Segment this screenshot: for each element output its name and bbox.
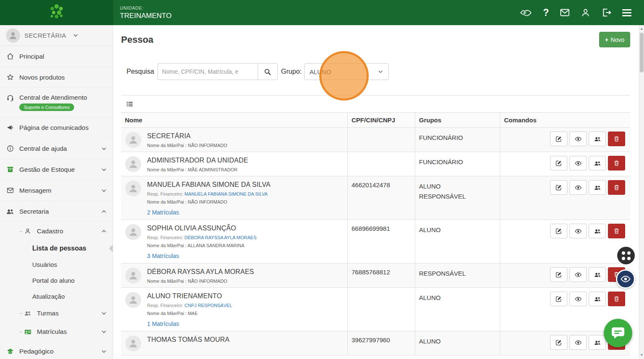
vertical-scrollbar[interactable]: ▲ ▼ bbox=[639, 25, 644, 359]
sidebar-item-label: Página de comunicados bbox=[19, 124, 88, 132]
groups-button[interactable] bbox=[589, 156, 606, 170]
sidebar-item-matriculas[interactable]: Matrículas bbox=[0, 323, 113, 341]
view-button[interactable] bbox=[569, 292, 587, 306]
info-icon bbox=[6, 145, 14, 152]
sidebar-item-secretaria[interactable]: Secretaria bbox=[0, 201, 113, 222]
groups-button[interactable] bbox=[589, 292, 606, 306]
view-button[interactable] bbox=[569, 132, 587, 146]
groups-cell: ALUNO bbox=[415, 288, 500, 331]
parent-name-line: Nome da Mãe/Pai : NÃO INFORMADO bbox=[147, 142, 227, 148]
sidebar-item-label: Portal do aluno bbox=[32, 277, 75, 284]
group-select[interactable]: ALUNO bbox=[304, 63, 389, 80]
groups-button[interactable] bbox=[589, 180, 606, 195]
sidebar-item-cadastro[interactable]: Cadastro bbox=[0, 222, 113, 240]
mail-icon bbox=[6, 187, 14, 194]
sidebar-item-central-ajuda[interactable]: Central de ajuda bbox=[0, 138, 113, 159]
edit-button[interactable] bbox=[550, 132, 567, 146]
person-name: ADMINISTRADOR DA UNIDADE bbox=[147, 156, 248, 165]
matriculas-link[interactable]: 1 Matrículas bbox=[147, 320, 179, 328]
avatar bbox=[125, 156, 141, 172]
scroll-up-arrow[interactable]: ▲ bbox=[639, 26, 644, 32]
view-button[interactable] bbox=[569, 180, 587, 195]
handshake-icon[interactable] bbox=[520, 8, 532, 17]
groups-button[interactable] bbox=[589, 224, 606, 238]
scrollbar-thumb[interactable] bbox=[640, 33, 644, 72]
quick-menu-widget[interactable] bbox=[617, 247, 635, 264]
help-icon[interactable]: ? bbox=[543, 8, 549, 18]
delete-button[interactable] bbox=[608, 224, 625, 238]
sidebar-item-usuarios[interactable]: Usuários bbox=[0, 256, 113, 272]
sidebar-item-label: Central de ajuda bbox=[19, 145, 67, 152]
delete-button[interactable] bbox=[608, 180, 625, 195]
groups-button[interactable] bbox=[589, 132, 606, 146]
sidebar-item-pedagogico[interactable]: Pedagógico bbox=[0, 341, 113, 359]
view-button[interactable] bbox=[569, 156, 587, 170]
edit-button[interactable] bbox=[550, 156, 567, 170]
sidebar-item-novos-produtos[interactable]: Novos produtos bbox=[0, 67, 113, 88]
sidebar-user-menu[interactable]: SECRETÁRIA bbox=[0, 25, 113, 46]
sidebar-item-label: Turmas bbox=[37, 310, 59, 317]
delete-button[interactable] bbox=[608, 156, 625, 170]
edit-button[interactable] bbox=[550, 335, 567, 350]
table-row: DÉBORA RAYSSA AYLA MORAES Nome da Mãe/Pa… bbox=[121, 263, 630, 288]
resp-financeiro-line: Resp. Financeiro: CNPJ RESPONSÁVEL bbox=[147, 302, 232, 308]
person-name: SOPHIA OLIVIA ASSUNÇÃO bbox=[147, 224, 256, 232]
app-logo[interactable] bbox=[0, 0, 113, 25]
graduation-icon bbox=[6, 348, 14, 355]
sidebar-item-mensagem[interactable]: Mensagem bbox=[0, 180, 113, 201]
sidebar-item-atualizacao[interactable]: Atualização bbox=[0, 288, 113, 304]
delete-button[interactable] bbox=[608, 132, 625, 146]
view-button[interactable] bbox=[569, 267, 587, 282]
view-button[interactable] bbox=[569, 335, 587, 350]
name-cell: DÉBORA RAYSSA AYLA MORAES Nome da Mãe/Pa… bbox=[121, 263, 347, 287]
unit-label: UNIDADE: bbox=[120, 5, 171, 10]
topbar: UNIDADE: TREINAMENTO ? bbox=[0, 0, 644, 25]
menu-icon[interactable] bbox=[622, 9, 631, 16]
edit-button[interactable] bbox=[550, 267, 567, 282]
list-view-button[interactable] bbox=[125, 100, 134, 108]
chat-widget[interactable] bbox=[604, 319, 632, 347]
sidebar-item-central-atendimento[interactable]: Central de Atendimento Suporte e Consult… bbox=[0, 88, 113, 117]
matriculas-link[interactable]: 2 Matrículas bbox=[147, 209, 179, 216]
column-header-grupos: Grupos bbox=[415, 113, 500, 127]
delete-button[interactable] bbox=[608, 292, 625, 306]
sidebar-item-label: Principal bbox=[19, 53, 44, 60]
view-button[interactable] bbox=[569, 224, 587, 238]
resp-financeiro-label: Resp. Financeiro: bbox=[147, 191, 183, 196]
sidebar-item-gestao-estoque[interactable]: Gestão de Estoque bbox=[0, 159, 113, 180]
support-badge: Suporte e Consultores bbox=[19, 103, 74, 111]
sidebar-item-turmas[interactable]: Turmas bbox=[0, 304, 113, 323]
mail-icon[interactable] bbox=[560, 8, 570, 18]
groups-cell: ALUNORESPONSÁVEL bbox=[415, 176, 500, 220]
user-icon[interactable] bbox=[581, 8, 590, 18]
logout-icon[interactable] bbox=[601, 8, 611, 18]
groups-button[interactable] bbox=[589, 267, 606, 282]
scroll-down-arrow[interactable]: ▼ bbox=[639, 352, 644, 358]
sidebar-item-lista-de-pessoas[interactable]: Lista de pessoas bbox=[0, 240, 113, 256]
person-name: MANUELA FABIANA SIMONE DA SILVA bbox=[147, 181, 271, 189]
matriculas-link[interactable]: 3 Matrículas bbox=[147, 252, 179, 260]
active-item-marker bbox=[109, 245, 113, 252]
name-cell: SECRETÁRIA Nome da Mãe/Pai : NÃO INFORMA… bbox=[121, 128, 347, 152]
sidebar-item-pagina-comunicados[interactable]: Página de comunicados bbox=[0, 117, 113, 138]
resp-financeiro-link[interactable]: DÉBORA RAYSSA AYLA MORAES bbox=[184, 235, 256, 240]
avatar bbox=[125, 181, 141, 196]
search-input[interactable] bbox=[158, 63, 258, 80]
sidebar-item-label: Novos produtos bbox=[19, 74, 65, 81]
edit-button[interactable] bbox=[550, 224, 567, 238]
resp-financeiro-link[interactable]: MANUELA FABIANA SIMONE DA SILVA bbox=[184, 191, 267, 196]
sidebar-item-principal[interactable]: Principal bbox=[0, 46, 113, 67]
edit-button[interactable] bbox=[550, 292, 567, 306]
group-value: FUNCIONÁRIO bbox=[419, 133, 496, 143]
cpf-cell: 39627997960 bbox=[347, 331, 415, 355]
chevron-down-icon bbox=[73, 33, 78, 38]
name-cell: THOMAS TOMÁS MOURA bbox=[121, 331, 347, 355]
person-name: ALUNO TRIENAMENTO bbox=[147, 292, 232, 300]
search-button[interactable] bbox=[258, 63, 278, 80]
edit-button[interactable] bbox=[550, 180, 567, 195]
new-button[interactable]: + Novo bbox=[599, 32, 630, 47]
accessibility-widget[interactable] bbox=[616, 269, 635, 289]
groups-button[interactable] bbox=[589, 335, 606, 350]
sidebar-item-portal-do-aluno[interactable]: Portal do aluno bbox=[0, 272, 113, 288]
resp-financeiro-link[interactable]: CNPJ RESPONSÁVEL bbox=[184, 303, 232, 308]
